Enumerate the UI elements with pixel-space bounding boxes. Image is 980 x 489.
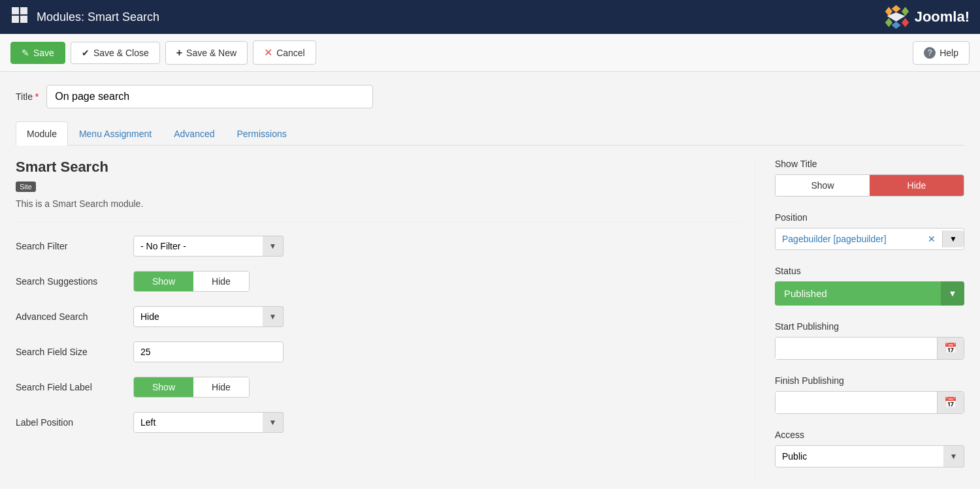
label-position-select[interactable]: Left — [133, 412, 284, 433]
start-publishing-section: Start Publishing 📅 — [775, 321, 964, 360]
save-icon: ✎ — [22, 48, 29, 58]
svg-rect-1 — [20, 7, 27, 14]
search-field-size-control — [133, 341, 329, 362]
joomla-brand-text: Joomla! — [915, 8, 970, 25]
label-position-control: Left ▼ — [133, 412, 329, 433]
svg-rect-3 — [20, 16, 27, 23]
show-title-show-btn[interactable]: Show — [776, 175, 870, 196]
finish-publishing-calendar-btn[interactable]: 📅 — [937, 392, 964, 413]
required-marker: * — [35, 91, 39, 102]
show-title-label: Show Title — [775, 159, 964, 169]
position-clear-btn[interactable]: ✕ — [921, 230, 942, 248]
access-label: Access — [775, 430, 964, 440]
svg-rect-0 — [12, 7, 19, 14]
title-row: Title * — [16, 85, 964, 108]
tabs: Module Menu Assignment Advanced Permissi… — [16, 121, 964, 146]
calendar-icon: 📅 — [944, 343, 957, 354]
question-icon: ? — [924, 47, 936, 59]
start-publishing-input[interactable] — [776, 338, 937, 359]
label-position-label: Label Position — [16, 417, 133, 428]
search-suggestions-toggle: Show Hide — [133, 271, 250, 292]
search-filter-select-wrap: - No Filter - ▼ — [133, 236, 284, 257]
advanced-search-row: Advanced Search Hide ▼ — [16, 306, 742, 327]
advanced-search-control: Hide ▼ — [133, 306, 329, 327]
access-section: Access Public ▼ — [775, 430, 964, 467]
position-dropdown-btn[interactable]: ▼ — [942, 230, 964, 247]
position-section: Position Pagebuilder [pagebuilder] ✕ ▼ — [775, 212, 964, 250]
svg-rect-2 — [12, 16, 19, 23]
status-select-wrap: Published ▼ — [775, 281, 964, 306]
search-suggestions-show-btn[interactable]: Show — [134, 272, 193, 291]
tab-menu-assignment[interactable]: Menu Assignment — [68, 121, 163, 146]
start-publishing-calendar-btn[interactable]: 📅 — [937, 338, 964, 359]
search-field-size-label: Search Field Size — [16, 347, 133, 357]
search-field-label-hide-btn[interactable]: Hide — [193, 377, 249, 397]
save-new-button[interactable]: + Save & New — [165, 41, 248, 65]
main-layout: Smart Search Site This is a Smart Search… — [16, 159, 964, 483]
label-position-row: Label Position Left ▼ — [16, 412, 742, 433]
finish-publishing-label: Finish Publishing — [775, 375, 964, 386]
help-button[interactable]: ? Help — [913, 41, 970, 65]
divider — [16, 222, 742, 223]
position-label: Position — [775, 212, 964, 223]
access-select-wrap: Public ▼ — [775, 445, 964, 467]
label-position-select-wrap: Left ▼ — [133, 412, 284, 433]
advanced-search-select[interactable]: Hide — [133, 306, 284, 327]
left-panel: Smart Search Site This is a Smart Search… — [16, 159, 755, 483]
search-field-size-input[interactable] — [133, 341, 284, 362]
cube-icon — [10, 6, 29, 28]
show-title-toggle: Show Hide — [775, 174, 964, 197]
save-close-button[interactable]: ✔ Save & Close — [71, 42, 160, 64]
page-title: Modules: Smart Search — [37, 10, 159, 24]
cancel-button[interactable]: ✕ Cancel — [253, 40, 316, 65]
times-icon: ✕ — [264, 46, 272, 59]
title-input[interactable] — [46, 85, 373, 108]
position-value: Pagebuilder [pagebuilder] — [776, 229, 921, 249]
right-panel: Show Title Show Hide Position Pagebuilde… — [755, 159, 964, 483]
search-suggestions-label: Search Suggestions — [16, 276, 133, 287]
check-icon: ✔ — [82, 48, 90, 58]
status-select[interactable]: Published — [775, 281, 964, 306]
finish-publishing-section: Finish Publishing 📅 — [775, 375, 964, 414]
top-bar: Modules: Smart Search Joomla! — [0, 0, 980, 34]
module-heading: Smart Search — [16, 159, 742, 176]
search-suggestions-hide-btn[interactable]: Hide — [193, 272, 249, 291]
content-area: Title * Module Menu Assignment Advanced … — [0, 72, 980, 489]
status-section: Status Published ▼ — [775, 266, 964, 306]
access-select[interactable]: Public — [775, 445, 964, 467]
search-field-label-show-btn[interactable]: Show — [134, 377, 193, 397]
search-filter-control: - No Filter - ▼ — [133, 236, 329, 257]
tab-advanced[interactable]: Advanced — [163, 121, 225, 146]
search-field-label-control: Show Hide — [133, 377, 329, 398]
toolbar: ✎ Save ✔ Save & Close + Save & New ✕ Can… — [0, 34, 980, 72]
search-field-label-label: Search Field Label — [16, 382, 133, 392]
status-label: Status — [775, 266, 964, 276]
search-suggestions-control: Show Hide — [133, 271, 329, 292]
start-publishing-label: Start Publishing — [775, 321, 964, 332]
start-publishing-field: 📅 — [775, 337, 964, 360]
save-button[interactable]: ✎ Save — [10, 42, 65, 64]
site-badge: Site — [16, 181, 36, 192]
joomla-logo: Joomla! — [883, 3, 970, 31]
search-suggestions-row: Search Suggestions Show Hide — [16, 271, 742, 292]
show-title-section: Show Title Show Hide — [775, 159, 964, 197]
search-field-size-row: Search Field Size — [16, 341, 742, 362]
calendar-icon-2: 📅 — [944, 397, 957, 408]
advanced-search-select-wrap: Hide ▼ — [133, 306, 284, 327]
finish-publishing-input[interactable] — [776, 392, 937, 413]
finish-publishing-field: 📅 — [775, 391, 964, 414]
title-label: Title * — [16, 91, 39, 102]
show-title-hide-btn[interactable]: Hide — [870, 175, 964, 196]
tab-module[interactable]: Module — [16, 121, 68, 146]
search-field-label-toggle: Show Hide — [133, 377, 250, 398]
tab-permissions[interactable]: Permissions — [226, 121, 298, 146]
position-field: Pagebuilder [pagebuilder] ✕ ▼ — [775, 228, 964, 250]
module-description: This is a Smart Search module. — [16, 198, 742, 209]
advanced-search-label: Advanced Search — [16, 311, 133, 322]
search-field-label-row: Search Field Label Show Hide — [16, 377, 742, 398]
search-filter-select[interactable]: - No Filter - — [133, 236, 284, 257]
search-filter-row: Search Filter - No Filter - ▼ — [16, 236, 742, 257]
search-filter-label: Search Filter — [16, 241, 133, 251]
top-bar-left: Modules: Smart Search — [10, 6, 159, 28]
plus-icon: + — [176, 47, 182, 59]
